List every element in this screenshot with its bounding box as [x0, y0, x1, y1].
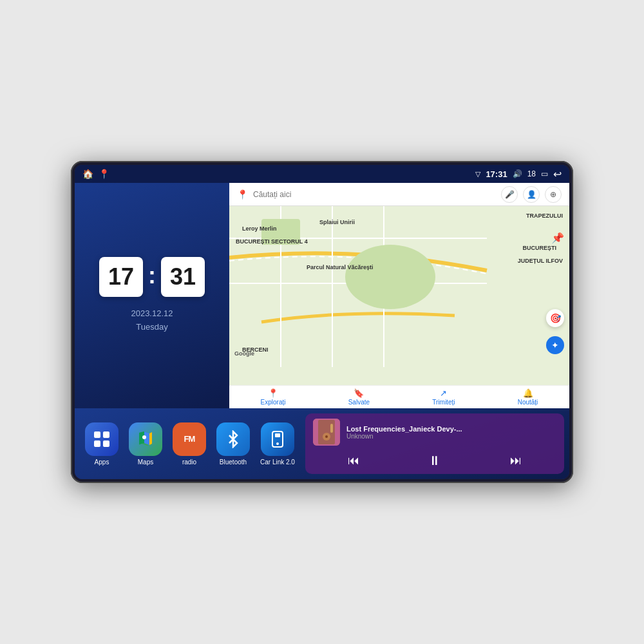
- bottom-bar: Apps Maps FM: [75, 408, 569, 479]
- home-icon[interactable]: 🏠: [82, 169, 93, 179]
- map-bottom-bar: 📍 Explorați 🔖 Salvate ↗ Trimiteți 🔔 Nout…: [229, 385, 569, 408]
- svg-point-19: [276, 442, 279, 445]
- map-search-icons: 🎤 👤 ⊕: [501, 186, 562, 203]
- screen: 🏠 📍 ▽ 17:31 🔊 18 ▭ ↩ 17 : 31: [75, 165, 569, 479]
- music-controls: ⏮ ⏸ ⏭: [313, 448, 556, 473]
- radio-icon: FM: [173, 422, 206, 456]
- map-tab-explore[interactable]: 📍 Explorați: [261, 388, 286, 406]
- map-body[interactable]: TRAPEZULUI BUCUREȘTI JUDEȚUL ILFOV BERCE…: [229, 206, 569, 385]
- judet-label: JUDEȚUL ILFOV: [518, 258, 563, 264]
- bluetooth-label: Bluetooth: [220, 459, 247, 466]
- apps-section: Apps Maps FM: [75, 408, 305, 479]
- svg-rect-24: [330, 424, 333, 433]
- map-panel[interactable]: 📍 🎤 👤 ⊕: [229, 183, 569, 408]
- saved-icon: 🔖: [354, 388, 364, 398]
- status-left-icons: 🏠 📍: [82, 169, 109, 179]
- map-pin-red: 📌: [551, 232, 564, 244]
- music-top: Lost Frequencies_Janieck Devy-... Unknow…: [313, 419, 556, 446]
- play-pause-button[interactable]: ⏸: [421, 451, 449, 471]
- app-icon-wrapper-bluetooth[interactable]: Bluetooth: [216, 422, 250, 466]
- map-svg: [229, 206, 569, 385]
- music-artist: Unknown: [346, 433, 556, 440]
- clock-minutes: 31: [161, 257, 205, 297]
- music-info: Lost Frequencies_Janieck Devy-... Unknow…: [346, 425, 556, 440]
- carlink-label: Car Link 2.0: [260, 459, 295, 466]
- bucuresti-label: BUCUREȘTI: [522, 245, 556, 251]
- news-icon: 🔔: [523, 388, 533, 398]
- svg-rect-9: [103, 431, 109, 438]
- date-display: 2023.12.12 Tuesday: [131, 307, 173, 334]
- status-time: 17:31: [486, 169, 507, 179]
- carlink-icon: [261, 422, 294, 456]
- mic-icon[interactable]: 🎤: [501, 186, 518, 203]
- car-display: 🏠 📍 ▽ 17:31 🔊 18 ▭ ↩ 17 : 31: [71, 161, 573, 483]
- map-tab-news[interactable]: 🔔 Noutăți: [518, 388, 538, 406]
- map-search-bar[interactable]: 📍 🎤 👤 ⊕: [229, 183, 569, 206]
- music-title: Lost Frequencies_Janieck Devy-...: [346, 425, 556, 433]
- map-tab-saved[interactable]: 🔖 Salvate: [348, 388, 370, 406]
- main-content: 17 : 31 2023.12.12 Tuesday 📍 🎤 👤: [75, 183, 569, 408]
- clock-hours: 17: [99, 257, 143, 297]
- bluetooth-icon: [216, 422, 250, 456]
- apps-icon: [85, 422, 118, 456]
- battery-icon: ▭: [541, 169, 548, 178]
- music-player: Lost Frequencies_Janieck Devy-... Unknow…: [305, 413, 564, 474]
- layers-icon[interactable]: ⊕: [545, 186, 562, 203]
- app-icon-wrapper-apps[interactable]: Apps: [85, 422, 118, 466]
- signal-icon: ▽: [475, 170, 480, 178]
- music-thumbnail: [313, 419, 340, 446]
- app-icon-wrapper-carlink[interactable]: Car Link 2.0: [260, 422, 295, 466]
- maps-label: Maps: [138, 459, 153, 466]
- svg-point-6: [345, 245, 435, 309]
- status-right-info: ▽ 17:31 🔊 18 ▭ ↩: [475, 168, 562, 180]
- share-label: Trimiteți: [432, 399, 455, 406]
- parc-label: Parcul Natural Văcărești: [307, 264, 374, 270]
- app-icon-wrapper-maps[interactable]: Maps: [129, 422, 162, 466]
- date-line1: 2023.12.12: [131, 307, 173, 321]
- clock-panel: 17 : 31 2023.12.12 Tuesday: [75, 183, 229, 408]
- next-button[interactable]: ⏭: [502, 451, 529, 470]
- apps-label: Apps: [95, 459, 109, 466]
- map-search-input[interactable]: [253, 190, 496, 199]
- my-location-button[interactable]: 🎯: [546, 309, 564, 327]
- trapezului-label: TRAPEZULUI: [526, 213, 563, 219]
- radio-label: radio: [182, 459, 196, 466]
- saved-label: Salvate: [348, 399, 370, 406]
- svg-rect-8: [94, 431, 100, 438]
- svg-rect-18: [275, 433, 280, 437]
- map-background: TRAPEZULUI BUCUREȘTI JUDEȚUL ILFOV BERCE…: [229, 206, 569, 385]
- clock-colon: :: [148, 262, 156, 289]
- location-icon[interactable]: 📍: [99, 169, 109, 179]
- sector4-label: BUCUREȘTI SECTORUL 4: [236, 238, 308, 245]
- status-bar: 🏠 📍 ▽ 17:31 🔊 18 ▭ ↩: [75, 165, 569, 183]
- volume-icon: 🔊: [513, 169, 522, 178]
- svg-marker-15: [149, 432, 152, 445]
- explore-label: Explorați: [261, 399, 286, 406]
- map-tab-share[interactable]: ↗ Trimiteți: [432, 388, 455, 406]
- navigation-button[interactable]: ✦: [546, 336, 564, 354]
- clock-widget: 17 : 31: [99, 257, 205, 297]
- battery-level: 18: [527, 169, 536, 178]
- svg-point-23: [325, 435, 328, 438]
- svg-point-16: [142, 435, 146, 439]
- splai-label: Splaiui Unirii: [319, 219, 355, 225]
- prev-button[interactable]: ⏮: [340, 451, 367, 470]
- maps-icon: [129, 422, 162, 456]
- explore-icon: 📍: [268, 388, 278, 398]
- back-icon[interactable]: ↩: [553, 168, 562, 180]
- account-icon[interactable]: 👤: [523, 186, 540, 203]
- svg-rect-10: [94, 440, 100, 447]
- leroy-label: Leroy Merlin: [242, 225, 277, 232]
- maps-logo-icon: 📍: [237, 189, 248, 200]
- google-logo: Google: [234, 350, 254, 357]
- share-icon: ↗: [440, 388, 447, 398]
- news-label: Noutăți: [518, 399, 538, 406]
- svg-rect-11: [103, 440, 109, 447]
- app-icon-wrapper-radio[interactable]: FM radio: [173, 422, 206, 466]
- date-line2: Tuesday: [131, 321, 173, 334]
